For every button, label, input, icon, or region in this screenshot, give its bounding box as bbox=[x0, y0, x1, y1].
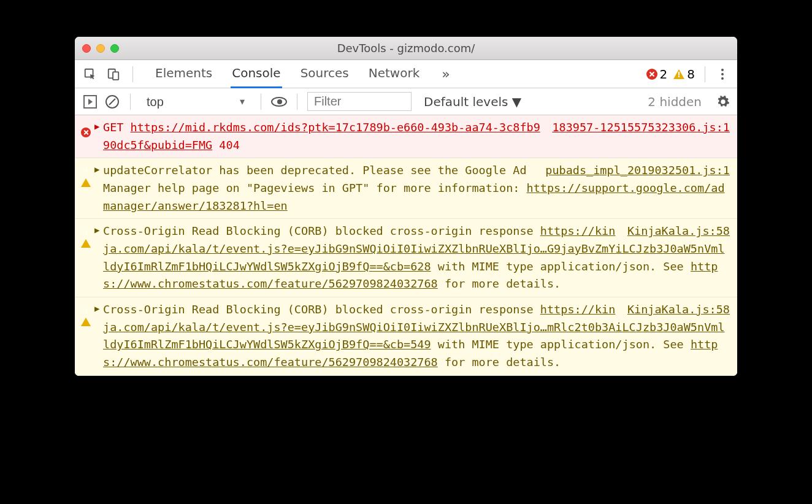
tab-sources[interactable]: Sources bbox=[299, 59, 350, 88]
error-icon bbox=[81, 121, 94, 154]
tab-elements[interactable]: Elements bbox=[154, 59, 213, 88]
log-text: Cross-Origin Read Blocking (CORB) blocke… bbox=[103, 303, 540, 316]
warning-icon bbox=[81, 303, 94, 372]
log-text: for more details. bbox=[438, 356, 561, 368]
toggle-sidebar-icon[interactable] bbox=[82, 94, 98, 110]
console-toolbar: top Default levels ▼ 2 hidden bbox=[75, 88, 737, 115]
warning-icon bbox=[81, 164, 94, 215]
panel-tabs: Elements Console Sources Network bbox=[154, 59, 421, 88]
log-message: pubads_impl_2019032501.js:1 updateCorrel… bbox=[103, 162, 730, 215]
titlebar: DevTools - gizmodo.com/ bbox=[75, 37, 737, 60]
log-text: with MIME type application/json. See bbox=[431, 260, 691, 273]
log-entry-warning: ▶ KinjaKala.js:58 Cross-Origin Read Bloc… bbox=[75, 219, 737, 297]
error-icon bbox=[646, 69, 657, 80]
divider bbox=[130, 94, 131, 110]
log-level-selector[interactable]: Default levels ▼ bbox=[424, 94, 521, 109]
window-zoom-button[interactable] bbox=[110, 44, 119, 53]
context-selector[interactable]: top bbox=[140, 93, 251, 111]
svg-rect-2 bbox=[113, 72, 118, 80]
source-link[interactable]: KinjaKala.js:58 bbox=[627, 301, 730, 319]
disclosure-triangle-icon[interactable]: ▶ bbox=[94, 120, 103, 154]
inspect-element-icon[interactable] bbox=[82, 66, 98, 82]
log-message: KinjaKala.js:58 Cross-Origin Read Blocki… bbox=[103, 301, 730, 372]
log-text: Cross-Origin Read Blocking (CORB) blocke… bbox=[103, 224, 540, 237]
http-method: GET bbox=[103, 121, 123, 134]
hidden-count[interactable]: 2 hidden bbox=[648, 94, 702, 109]
tab-console[interactable]: Console bbox=[231, 59, 282, 88]
window-title: DevTools - gizmodo.com/ bbox=[75, 42, 737, 55]
divider bbox=[132, 66, 133, 82]
log-text: for more details. bbox=[438, 277, 561, 290]
log-text: with MIME type application/json. See bbox=[431, 338, 691, 351]
warning-count-badge[interactable]: 8 bbox=[673, 67, 695, 82]
window-minimize-button[interactable] bbox=[96, 44, 105, 53]
error-count: 2 bbox=[660, 67, 668, 82]
divider bbox=[705, 66, 705, 82]
device-toolbar-icon[interactable] bbox=[105, 66, 121, 82]
window-close-button[interactable] bbox=[82, 44, 91, 53]
settings-menu-icon[interactable] bbox=[715, 65, 730, 83]
filter-input[interactable] bbox=[307, 92, 412, 111]
log-entry-warning: ▶ pubads_impl_2019032501.js:1 updateCorr… bbox=[75, 158, 737, 219]
disclosure-triangle-icon[interactable]: ▶ bbox=[94, 224, 103, 293]
source-link[interactable]: KinjaKala.js:58 bbox=[627, 223, 730, 240]
log-entry-error: ▶ 183957-12515575323306.js:1 GET https:/… bbox=[75, 115, 737, 158]
disclosure-triangle-icon[interactable]: ▶ bbox=[94, 163, 103, 215]
log-entry-warning: ▶ KinjaKala.js:58 Cross-Origin Read Bloc… bbox=[75, 297, 737, 376]
log-text: updateCorrelator has been deprecated. Pl… bbox=[103, 164, 527, 194]
divider bbox=[297, 94, 297, 110]
more-tabs-icon[interactable]: » bbox=[442, 66, 450, 82]
warning-count: 8 bbox=[687, 67, 695, 82]
console-log-area: ▶ 183957-12515575323306.js:1 GET https:/… bbox=[75, 115, 737, 376]
log-message: KinjaKala.js:58 Cross-Origin Read Blocki… bbox=[103, 223, 730, 293]
source-link[interactable]: pubads_impl_2019032501.js:1 bbox=[545, 162, 730, 180]
traffic-lights bbox=[82, 44, 119, 53]
divider bbox=[261, 94, 261, 110]
warning-icon bbox=[81, 224, 94, 293]
status-code: 404 bbox=[219, 139, 239, 151]
request-url[interactable]: https://mid.rkdms.com/ids?ptk=17c1789b-e… bbox=[103, 121, 540, 151]
console-settings-icon[interactable] bbox=[716, 95, 730, 109]
live-expression-icon[interactable] bbox=[271, 94, 287, 110]
disclosure-triangle-icon[interactable]: ▶ bbox=[94, 302, 103, 372]
devtools-window: DevTools - gizmodo.com/ Elements Console… bbox=[75, 37, 737, 376]
tab-network[interactable]: Network bbox=[367, 59, 421, 88]
main-tabbar: Elements Console Sources Network » 2 8 bbox=[75, 60, 737, 88]
log-message: 183957-12515575323306.js:1 GET https://m… bbox=[103, 119, 730, 154]
error-count-badge[interactable]: 2 bbox=[646, 67, 668, 82]
warning-icon bbox=[673, 69, 684, 79]
clear-console-icon[interactable] bbox=[104, 94, 120, 110]
source-link[interactable]: 183957-12515575323306.js:1 bbox=[552, 119, 730, 137]
